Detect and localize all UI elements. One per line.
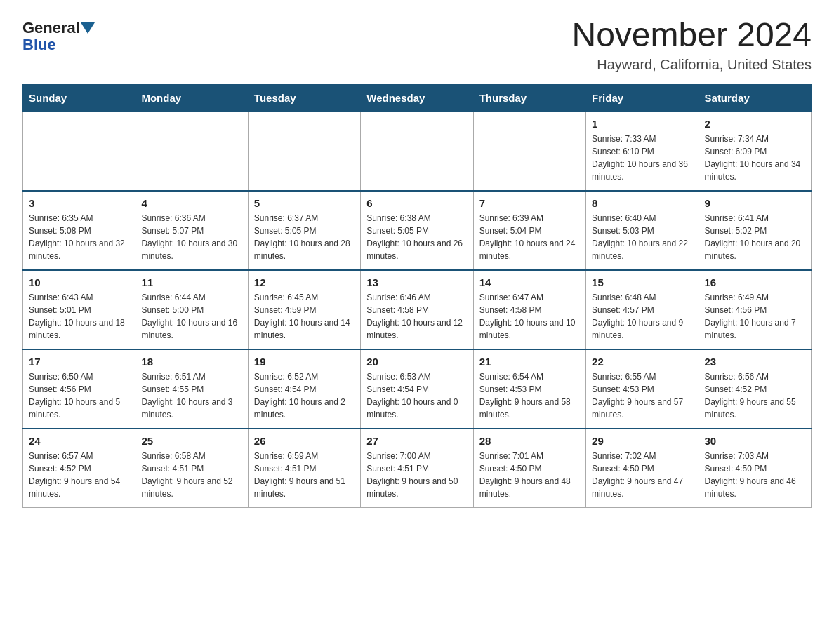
calendar-cell: 6Sunrise: 6:38 AMSunset: 5:05 PMDaylight… (361, 191, 473, 270)
day-number: 12 (254, 276, 355, 288)
day-number: 6 (366, 197, 467, 209)
day-info: Sunrise: 6:51 AMSunset: 4:55 PMDaylight:… (141, 370, 241, 421)
day-number: 19 (254, 356, 355, 368)
day-info: Sunrise: 6:50 AMSunset: 4:56 PMDaylight:… (29, 370, 129, 421)
calendar-cell: 15Sunrise: 6:48 AMSunset: 4:57 PMDayligh… (586, 270, 699, 349)
day-number: 21 (479, 356, 580, 368)
day-info: Sunrise: 7:33 AMSunset: 6:10 PMDaylight:… (592, 133, 692, 183)
calendar-cell: 4Sunrise: 6:36 AMSunset: 5:07 PMDaylight… (135, 191, 248, 270)
calendar-cell: 11Sunrise: 6:44 AMSunset: 5:00 PMDayligh… (135, 270, 248, 349)
calendar-cell: 8Sunrise: 6:40 AMSunset: 5:03 PMDaylight… (586, 191, 699, 270)
calendar-cell: 7Sunrise: 6:39 AMSunset: 5:04 PMDaylight… (473, 191, 585, 270)
day-info: Sunrise: 6:40 AMSunset: 5:03 PMDaylight:… (592, 212, 692, 262)
day-number: 20 (366, 356, 467, 368)
header-sunday: Sunday (23, 84, 135, 112)
calendar-cell: 28Sunrise: 7:01 AMSunset: 4:50 PMDayligh… (473, 429, 585, 508)
calendar-cell: 26Sunrise: 6:59 AMSunset: 4:51 PMDayligh… (248, 429, 360, 508)
day-info: Sunrise: 7:02 AMSunset: 4:50 PMDaylight:… (592, 450, 692, 500)
day-number: 29 (592, 435, 692, 447)
week-row-5: 24Sunrise: 6:57 AMSunset: 4:52 PMDayligh… (23, 429, 812, 508)
day-info: Sunrise: 6:47 AMSunset: 4:58 PMDaylight:… (479, 291, 580, 342)
day-number: 4 (141, 197, 241, 209)
day-number: 1 (592, 118, 692, 130)
header-friday: Friday (586, 84, 699, 112)
calendar-cell: 12Sunrise: 6:45 AMSunset: 4:59 PMDayligh… (248, 270, 360, 349)
day-info: Sunrise: 6:38 AMSunset: 5:05 PMDaylight:… (366, 212, 467, 262)
logo-triangle-icon (81, 22, 95, 34)
day-info: Sunrise: 6:35 AMSunset: 5:08 PMDaylight:… (29, 212, 129, 262)
calendar-cell (248, 112, 360, 191)
title-area: November 2024 Hayward, California, Unite… (571, 17, 812, 73)
day-info: Sunrise: 6:58 AMSunset: 4:51 PMDaylight:… (141, 450, 241, 500)
page-header: General Blue November 2024 Hayward, Cali… (22, 17, 812, 73)
day-info: Sunrise: 6:56 AMSunset: 4:52 PMDaylight:… (705, 370, 805, 421)
calendar-cell: 27Sunrise: 7:00 AMSunset: 4:51 PMDayligh… (361, 429, 473, 508)
day-number: 3 (29, 197, 129, 209)
day-info: Sunrise: 6:44 AMSunset: 5:00 PMDaylight:… (141, 291, 241, 342)
calendar-cell: 20Sunrise: 6:53 AMSunset: 4:54 PMDayligh… (361, 349, 473, 429)
calendar-cell: 18Sunrise: 6:51 AMSunset: 4:55 PMDayligh… (135, 349, 248, 429)
calendar-cell: 23Sunrise: 6:56 AMSunset: 4:52 PMDayligh… (699, 349, 811, 429)
header-wednesday: Wednesday (361, 84, 473, 112)
day-info: Sunrise: 6:43 AMSunset: 5:01 PMDaylight:… (29, 291, 129, 342)
day-info: Sunrise: 7:34 AMSunset: 6:09 PMDaylight:… (705, 133, 805, 183)
week-row-4: 17Sunrise: 6:50 AMSunset: 4:56 PMDayligh… (23, 349, 812, 429)
day-number: 9 (705, 197, 805, 209)
calendar-cell (473, 112, 585, 191)
day-number: 15 (592, 276, 692, 288)
calendar-cell: 14Sunrise: 6:47 AMSunset: 4:58 PMDayligh… (473, 270, 585, 349)
calendar-cell: 24Sunrise: 6:57 AMSunset: 4:52 PMDayligh… (23, 429, 135, 508)
day-info: Sunrise: 6:52 AMSunset: 4:54 PMDaylight:… (254, 370, 355, 421)
logo-general-text: General (22, 20, 80, 36)
calendar-cell: 1Sunrise: 7:33 AMSunset: 6:10 PMDaylight… (586, 112, 699, 191)
day-number: 23 (705, 356, 805, 368)
calendar-cell: 25Sunrise: 6:58 AMSunset: 4:51 PMDayligh… (135, 429, 248, 508)
calendar-cell: 21Sunrise: 6:54 AMSunset: 4:53 PMDayligh… (473, 349, 585, 429)
day-info: Sunrise: 6:49 AMSunset: 4:56 PMDaylight:… (705, 291, 805, 342)
day-info: Sunrise: 6:57 AMSunset: 4:52 PMDaylight:… (29, 450, 129, 500)
day-info: Sunrise: 7:00 AMSunset: 4:51 PMDaylight:… (366, 450, 467, 500)
day-info: Sunrise: 6:45 AMSunset: 4:59 PMDaylight:… (254, 291, 355, 342)
calendar-cell: 3Sunrise: 6:35 AMSunset: 5:08 PMDaylight… (23, 191, 135, 270)
calendar-cell: 30Sunrise: 7:03 AMSunset: 4:50 PMDayligh… (699, 429, 811, 508)
day-number: 10 (29, 276, 129, 288)
day-info: Sunrise: 6:41 AMSunset: 5:02 PMDaylight:… (705, 212, 805, 262)
day-number: 25 (141, 435, 241, 447)
day-info: Sunrise: 6:55 AMSunset: 4:53 PMDaylight:… (592, 370, 692, 421)
day-info: Sunrise: 6:54 AMSunset: 4:53 PMDaylight:… (479, 370, 580, 421)
day-info: Sunrise: 6:53 AMSunset: 4:54 PMDaylight:… (366, 370, 467, 421)
calendar-cell (23, 112, 135, 191)
header-tuesday: Tuesday (248, 84, 360, 112)
day-info: Sunrise: 7:01 AMSunset: 4:50 PMDaylight:… (479, 450, 580, 500)
day-number: 13 (366, 276, 467, 288)
calendar-cell (135, 112, 248, 191)
day-number: 24 (29, 435, 129, 447)
calendar-cell: 5Sunrise: 6:37 AMSunset: 5:05 PMDaylight… (248, 191, 360, 270)
header-saturday: Saturday (699, 84, 811, 112)
calendar-cell: 10Sunrise: 6:43 AMSunset: 5:01 PMDayligh… (23, 270, 135, 349)
header-monday: Monday (135, 84, 248, 112)
day-number: 16 (705, 276, 805, 288)
calendar-title: November 2024 (571, 17, 812, 54)
day-info: Sunrise: 6:46 AMSunset: 4:58 PMDaylight:… (366, 291, 467, 342)
calendar-cell: 22Sunrise: 6:55 AMSunset: 4:53 PMDayligh… (586, 349, 699, 429)
day-number: 22 (592, 356, 692, 368)
logo-blue-text: Blue (22, 36, 56, 53)
day-number: 17 (29, 356, 129, 368)
day-info: Sunrise: 6:59 AMSunset: 4:51 PMDaylight:… (254, 450, 355, 500)
calendar-cell: 13Sunrise: 6:46 AMSunset: 4:58 PMDayligh… (361, 270, 473, 349)
day-info: Sunrise: 7:03 AMSunset: 4:50 PMDaylight:… (705, 450, 805, 500)
day-info: Sunrise: 6:37 AMSunset: 5:05 PMDaylight:… (254, 212, 355, 262)
day-info: Sunrise: 6:48 AMSunset: 4:57 PMDaylight:… (592, 291, 692, 342)
calendar-cell: 19Sunrise: 6:52 AMSunset: 4:54 PMDayligh… (248, 349, 360, 429)
day-number: 2 (705, 118, 805, 130)
day-number: 26 (254, 435, 355, 447)
week-row-1: 1Sunrise: 7:33 AMSunset: 6:10 PMDaylight… (23, 112, 812, 191)
calendar-cell: 29Sunrise: 7:02 AMSunset: 4:50 PMDayligh… (586, 429, 699, 508)
day-number: 28 (479, 435, 580, 447)
day-number: 27 (366, 435, 467, 447)
day-number: 18 (141, 356, 241, 368)
calendar-cell: 17Sunrise: 6:50 AMSunset: 4:56 PMDayligh… (23, 349, 135, 429)
header-thursday: Thursday (473, 84, 585, 112)
day-number: 14 (479, 276, 580, 288)
